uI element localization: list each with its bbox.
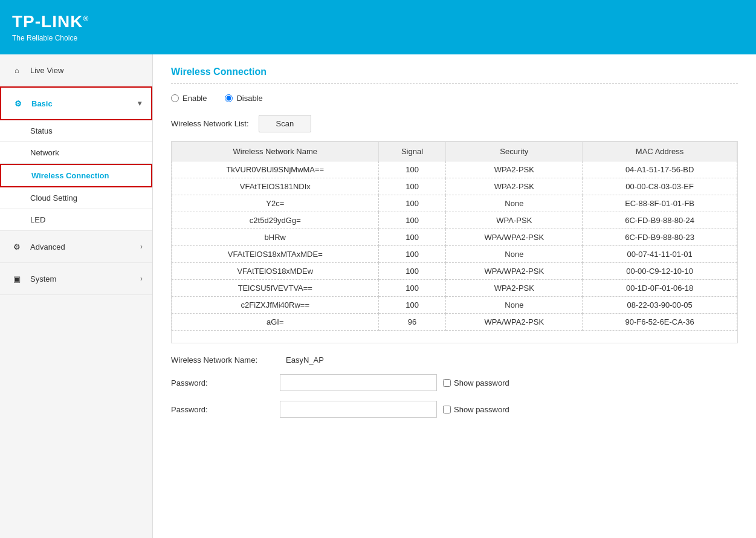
enable-radio[interactable] [171, 94, 179, 102]
form-row-password2: Password: Show password [171, 401, 738, 418]
header: TP-LINK® The Reliable Choice [0, 0, 756, 54]
form-row-password1: Password: Show password [171, 374, 738, 391]
cell-name: bHRw [172, 229, 379, 246]
gear-icon: ⚙ [10, 239, 24, 254]
table-row[interactable]: VFAtTElOS181NDIx100WPA2-PSK00-00-C8-03-0… [172, 178, 737, 195]
col-header-security: Security [446, 142, 583, 161]
show-password1-group: Show password [443, 378, 509, 387]
cell-security: None [446, 297, 583, 314]
sidebar-item-label: System [30, 274, 56, 284]
cell-name: VFAtTElOS181NDIx [172, 178, 379, 195]
chevron-right-icon: › [140, 242, 143, 251]
cell-mac: 90-F6-52-6E-CA-36 [583, 314, 737, 331]
gear-icon: ⚙ [11, 96, 25, 111]
sidebar-item-label: Advanced [30, 242, 65, 251]
table-row[interactable]: c2t5d29ydGg=100WPA-PSK6C-FD-B9-88-80-24 [172, 212, 737, 229]
sidebar-item-advanced[interactable]: ⚙ Advanced › [0, 231, 152, 263]
cell-security: WPA/WPA2-PSK [446, 229, 583, 246]
enable-label: Enable [183, 94, 207, 103]
sidebar-item-label: Live View [30, 66, 63, 75]
sidebar-sub-label: LED [30, 215, 45, 224]
sidebar-sub-label: Cloud Setting [30, 193, 77, 203]
cell-mac: 08-22-03-90-00-05 [583, 297, 737, 314]
cell-name: Y2c= [172, 195, 379, 212]
sidebar-item-live-view[interactable]: ⌂ Live View [0, 54, 152, 86]
sidebar-item-cloud-setting[interactable]: Cloud Setting [0, 187, 152, 209]
scan-button[interactable]: Scan [259, 115, 312, 132]
ssid-label: Wireless Network Name: [171, 355, 280, 365]
table-row[interactable]: aGI=96WPA/WPA2-PSK90-F6-52-6E-CA-36 [172, 314, 737, 331]
cell-signal: 100 [378, 161, 446, 178]
enable-radio-label[interactable]: Enable [171, 94, 207, 103]
password1-input[interactable] [280, 374, 437, 391]
sidebar-sub-label: Network [30, 148, 59, 157]
disable-radio[interactable] [225, 94, 233, 102]
cell-name: TElCSU5fVEVTVA== [172, 280, 379, 297]
table-row[interactable]: VFAtTElOS18xMTAxMDE=100None00-07-41-11-0… [172, 246, 737, 263]
cell-security: WPA-PSK [446, 212, 583, 229]
cell-security: None [446, 195, 583, 212]
table-row[interactable]: Y2c=100NoneEC-88-8F-01-01-FB [172, 195, 737, 212]
cell-name: VFAtTElOS18xMTAxMDE= [172, 246, 379, 263]
disable-radio-label[interactable]: Disable [225, 94, 262, 103]
sidebar-item-network[interactable]: Network [0, 142, 152, 164]
cell-security: WPA2-PSK [446, 178, 583, 195]
disable-label: Disable [236, 94, 262, 103]
connection-radio-group: Enable Disable [171, 94, 738, 103]
cell-signal: 100 [378, 212, 446, 229]
cell-signal: 100 [378, 229, 446, 246]
form-row-ssid: Wireless Network Name: EasyN_AP [171, 355, 738, 365]
password2-label: Password: [171, 405, 280, 414]
sidebar-item-status[interactable]: Status [0, 120, 152, 142]
sidebar-item-system[interactable]: ▣ System › [0, 263, 152, 295]
brand-tagline: The Reliable Choice [12, 34, 89, 42]
cell-security: WPA2-PSK [446, 280, 583, 297]
wifi-table-wrapper[interactable]: Wireless Network Name Signal Security MA… [171, 141, 738, 343]
cell-mac: 6C-FD-B9-88-80-24 [583, 212, 737, 229]
cell-mac: 00-00-C8-03-03-EF [583, 178, 737, 195]
cell-name: aGI= [172, 314, 379, 331]
sidebar-sub-label: Status [30, 126, 53, 135]
chevron-right-icon: › [140, 274, 143, 283]
cell-mac: 00-1D-0F-01-06-18 [583, 280, 737, 297]
cell-name: VFAtTElOS18xMDEw [172, 263, 379, 280]
cell-mac: 04-A1-51-17-56-BD [583, 161, 737, 178]
show-password1-checkbox[interactable] [443, 379, 451, 387]
table-row[interactable]: TkVUR0VBUl9SNjMwMA==100WPA2-PSK04-A1-51-… [172, 161, 737, 178]
table-row[interactable]: TElCSU5fVEVTVA==100WPA2-PSK00-1D-0F-01-0… [172, 280, 737, 297]
cell-name: c2t5d29ydGg= [172, 212, 379, 229]
section-title: Wireless Connection [171, 66, 738, 84]
sidebar-item-wireless-connection[interactable]: Wireless Connection [0, 164, 152, 187]
sidebar: ⌂ Live View ⚙ Basic ▾ Status Network Wir… [0, 54, 153, 538]
sidebar-item-led[interactable]: LED [0, 209, 152, 231]
sidebar-sub-label: Wireless Connection [31, 171, 109, 180]
password2-input[interactable] [280, 401, 437, 418]
wifi-table: Wireless Network Name Signal Security MA… [172, 141, 737, 331]
col-header-signal: Signal [378, 142, 446, 161]
col-header-name: Wireless Network Name [172, 142, 379, 161]
brand-name: TP-LINK [12, 12, 83, 31]
network-list-row: Wireless Network List: Scan [171, 115, 738, 132]
cell-mac: 00-00-C9-12-10-10 [583, 263, 737, 280]
sidebar-item-label: Basic [31, 99, 53, 108]
cell-security: None [446, 246, 583, 263]
show-password2-group: Show password [443, 405, 509, 414]
cell-security: WPA/WPA2-PSK [446, 314, 583, 331]
table-row[interactable]: c2FiZXJfMi40Rw==100None08-22-03-90-00-05 [172, 297, 737, 314]
cell-name: c2FiZXJfMi40Rw== [172, 297, 379, 314]
cell-name: TkVUR0VBUl9SNjMwMA== [172, 161, 379, 178]
sidebar-item-basic[interactable]: ⚙ Basic ▾ [0, 86, 152, 120]
brand-logo: TP-LINK® [12, 12, 89, 31]
cell-mac: EC-88-8F-01-01-FB [583, 195, 737, 212]
monitor-icon: ▣ [10, 271, 24, 286]
show-password2-checkbox[interactable] [443, 406, 451, 413]
show-password2-label[interactable]: Show password [454, 405, 509, 414]
brand-tm: ® [83, 15, 89, 23]
show-password1-label[interactable]: Show password [454, 378, 509, 387]
cell-signal: 100 [378, 263, 446, 280]
table-row[interactable]: VFAtTElOS18xMDEw100WPA/WPA2-PSK00-00-C9-… [172, 263, 737, 280]
cell-signal: 100 [378, 178, 446, 195]
password1-label: Password: [171, 378, 280, 387]
table-row[interactable]: bHRw100WPA/WPA2-PSK6C-FD-B9-88-80-23 [172, 229, 737, 246]
main-layout: ⌂ Live View ⚙ Basic ▾ Status Network Wir… [0, 54, 756, 538]
